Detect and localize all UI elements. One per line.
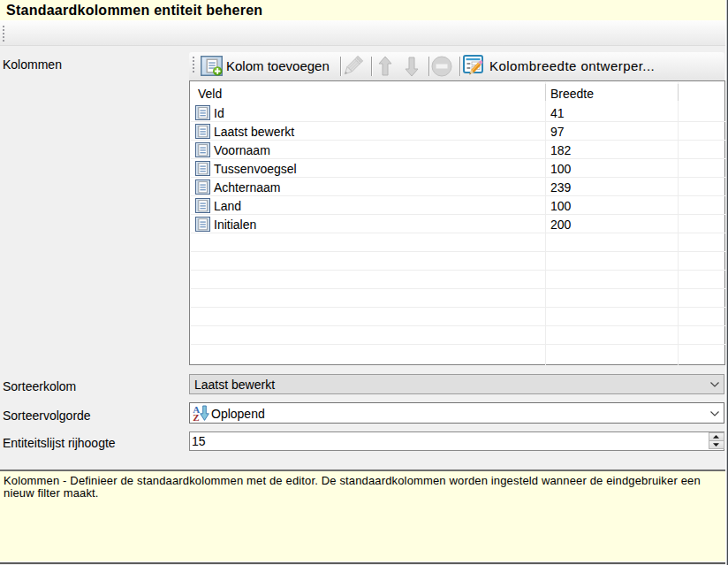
svg-text:Z: Z	[193, 412, 199, 422]
